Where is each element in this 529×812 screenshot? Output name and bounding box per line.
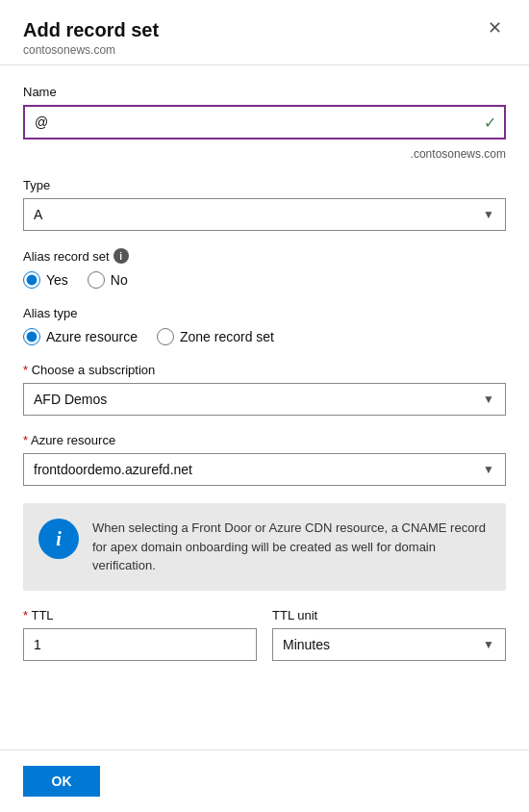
subscription-field-group: Choose a subscription AFD Demos ▼ bbox=[23, 363, 506, 416]
alias-info-icon[interactable]: i bbox=[113, 248, 129, 264]
type-select-wrapper: A AAAA CNAME MX NS PTR SOA SRV TXT CAA ▼ bbox=[23, 198, 506, 231]
azure-resource-field-group: Azure resource frontdoordemo.azurefd.net… bbox=[23, 433, 506, 486]
dialog-header: Add record set contosonews.com ✕ bbox=[0, 0, 529, 65]
subscription-select[interactable]: AFD Demos bbox=[23, 383, 506, 416]
alias-type-label: Alias type bbox=[23, 306, 506, 320]
ttl-unit-select-wrapper: Seconds Minutes Hours Days ▼ bbox=[272, 628, 506, 661]
ok-button[interactable]: OK bbox=[23, 766, 100, 797]
checkmark-icon: ✓ bbox=[484, 114, 496, 132]
name-label: Name bbox=[23, 85, 506, 99]
close-button[interactable]: ✕ bbox=[484, 19, 506, 37]
alias-no-option[interactable]: No bbox=[88, 271, 128, 289]
name-input[interactable] bbox=[23, 105, 506, 140]
info-circle-icon: i bbox=[56, 528, 62, 550]
add-record-set-dialog: Add record set contosonews.com ✕ Name ✓ … bbox=[0, 0, 529, 812]
dialog-body: Name ✓ .contosonews.com Type A AAAA CNAM… bbox=[0, 65, 529, 749]
info-banner: i When selecting a Front Door or Azure C… bbox=[23, 503, 506, 591]
alias-yes-radio[interactable] bbox=[23, 271, 40, 289]
subscription-select-wrapper: AFD Demos ▼ bbox=[23, 383, 506, 416]
ttl-unit-field-group: TTL unit Seconds Minutes Hours Days ▼ bbox=[272, 608, 506, 661]
name-input-wrapper: ✓ bbox=[23, 105, 506, 140]
azure-resource-select-wrapper: frontdoordemo.azurefd.net ▼ bbox=[23, 453, 506, 486]
type-label: Type bbox=[23, 178, 506, 192]
alias-record-set-label: Alias record set bbox=[23, 249, 110, 264]
alias-azure-resource-label: Azure resource bbox=[46, 329, 138, 344]
alias-type-group: Alias type Azure resource Zone record se… bbox=[23, 306, 506, 345]
alias-zone-record-option[interactable]: Zone record set bbox=[157, 328, 274, 345]
alias-zone-record-label: Zone record set bbox=[180, 329, 274, 344]
name-field-group: Name ✓ .contosonews.com bbox=[23, 85, 506, 161]
dialog-title-block: Add record set contosonews.com bbox=[23, 19, 159, 57]
azure-resource-label: Azure resource bbox=[23, 433, 506, 447]
alias-yes-label: Yes bbox=[46, 272, 68, 288]
dialog-footer: OK bbox=[0, 749, 529, 812]
azure-resource-select[interactable]: frontdoordemo.azurefd.net bbox=[23, 453, 506, 486]
alias-no-radio[interactable] bbox=[88, 271, 105, 289]
alias-record-set-group: Alias record set i Yes No bbox=[23, 248, 506, 289]
ttl-input[interactable] bbox=[23, 628, 257, 661]
type-select[interactable]: A AAAA CNAME MX NS PTR SOA SRV TXT CAA bbox=[23, 198, 506, 231]
alias-zone-record-radio[interactable] bbox=[157, 328, 174, 345]
alias-azure-resource-radio[interactable] bbox=[23, 328, 40, 345]
alias-yes-option[interactable]: Yes bbox=[23, 271, 68, 289]
ttl-label: TTL bbox=[23, 608, 257, 622]
info-banner-text: When selecting a Front Door or Azure CDN… bbox=[92, 519, 491, 575]
alias-record-set-label-row: Alias record set i bbox=[23, 248, 506, 264]
ttl-unit-label: TTL unit bbox=[272, 608, 506, 622]
ttl-row: TTL TTL unit Seconds Minutes Hours Days … bbox=[23, 608, 506, 661]
alias-no-label: No bbox=[111, 272, 128, 288]
domain-suffix: .contosonews.com bbox=[23, 147, 506, 161]
dialog-title: Add record set bbox=[23, 19, 159, 41]
alias-azure-resource-option[interactable]: Azure resource bbox=[23, 328, 138, 345]
subscription-label: Choose a subscription bbox=[23, 363, 506, 377]
ttl-field-group: TTL bbox=[23, 608, 257, 661]
info-circle: i bbox=[38, 519, 79, 559]
alias-type-options: Azure resource Zone record set bbox=[23, 328, 506, 345]
alias-record-set-options: Yes No bbox=[23, 271, 506, 289]
type-field-group: Type A AAAA CNAME MX NS PTR SOA SRV TXT … bbox=[23, 178, 506, 231]
dialog-subtitle: contosonews.com bbox=[23, 43, 159, 57]
ttl-unit-select[interactable]: Seconds Minutes Hours Days bbox=[272, 628, 506, 661]
